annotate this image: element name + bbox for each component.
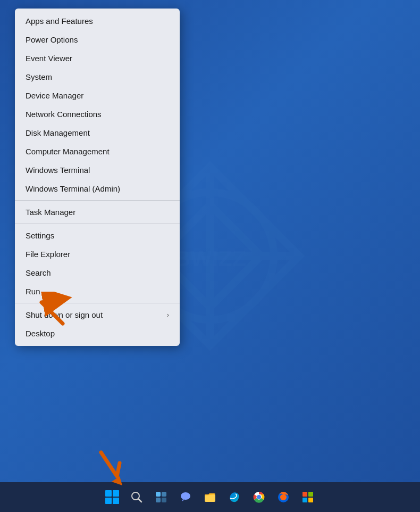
menu-item-event-viewer[interactable]: Event Viewer	[15, 49, 180, 68]
menu-divider	[15, 200, 180, 201]
file-explorer-button[interactable]	[199, 486, 221, 508]
menu-item-settings[interactable]: Settings	[15, 226, 180, 245]
svg-rect-10	[162, 492, 166, 497]
start-button[interactable]	[102, 486, 123, 508]
svg-rect-14	[205, 494, 215, 502]
menu-divider	[15, 303, 180, 303]
menu-item-label-system: System	[26, 72, 52, 81]
menu-item-label-search: Search	[26, 268, 51, 277]
menu-item-label-settings: Settings	[26, 231, 54, 240]
menu-item-file-explorer[interactable]: File Explorer	[15, 245, 180, 263]
menu-divider	[15, 224, 180, 224]
menu-item-device-manager[interactable]: Device Manager	[15, 86, 180, 105]
svg-rect-18	[303, 492, 307, 497]
menu-item-computer-management[interactable]: Computer Management	[15, 142, 180, 161]
svg-rect-9	[156, 492, 161, 497]
svg-rect-21	[308, 498, 313, 502]
svg-rect-19	[308, 492, 313, 497]
menu-item-windows-terminal[interactable]: Windows Terminal	[15, 161, 180, 179]
menu-item-label-computer-management: Computer Management	[26, 147, 110, 156]
svg-text:BWIZZ: BWIZZ	[174, 245, 247, 271]
svg-rect-11	[156, 498, 161, 502]
menu-item-system[interactable]: System	[15, 68, 180, 86]
menu-item-label-windows-terminal: Windows Terminal	[26, 166, 90, 175]
menu-item-label-desktop: Desktop	[26, 329, 55, 338]
menu-item-label-task-manager: Task Manager	[26, 208, 75, 217]
menu-item-label-shut-down-sign-out: Shut down or sign out	[26, 310, 103, 319]
taskbar	[0, 482, 420, 512]
menu-item-label-windows-terminal-admin: Windows Terminal (Admin)	[26, 184, 120, 193]
widgets-button[interactable]	[150, 486, 172, 508]
menu-item-label-apps-features: Apps and Features	[26, 16, 93, 26]
menu-item-power-options[interactable]: Power Options	[15, 30, 180, 49]
menu-item-label-network-connections: Network Connections	[26, 110, 102, 119]
windows-logo-icon	[105, 490, 119, 504]
svg-line-8	[138, 499, 141, 502]
submenu-arrow-icon: ›	[167, 311, 169, 319]
menu-item-task-manager[interactable]: Task Manager	[15, 203, 180, 221]
menu-item-label-event-viewer: Event Viewer	[26, 54, 72, 63]
menu-item-label-disk-management: Disk Management	[26, 128, 90, 137]
menu-item-label-device-manager: Device Manager	[26, 91, 83, 100]
chrome-button[interactable]	[248, 486, 270, 508]
svg-point-16	[257, 495, 261, 499]
svg-point-13	[181, 492, 190, 500]
menu-item-label-power-options: Power Options	[26, 35, 78, 44]
context-menu: Apps and FeaturesPower OptionsEvent View…	[15, 9, 180, 346]
chat-button[interactable]	[175, 486, 196, 508]
search-button[interactable]	[126, 486, 147, 508]
svg-rect-12	[162, 498, 166, 502]
menu-item-network-connections[interactable]: Network Connections	[15, 105, 180, 123]
svg-rect-20	[303, 498, 307, 502]
menu-item-label-file-explorer: File Explorer	[26, 250, 70, 259]
edge-button[interactable]	[224, 486, 245, 508]
menu-item-run[interactable]: Run	[15, 282, 180, 301]
menu-item-desktop[interactable]: Desktop	[15, 324, 180, 343]
menu-item-apps-features[interactable]: Apps and Features	[15, 12, 180, 30]
menu-item-label-run: Run	[26, 287, 40, 296]
store-button[interactable]	[297, 486, 318, 508]
menu-item-shut-down-sign-out[interactable]: Shut down or sign out›	[15, 305, 180, 324]
menu-item-disk-management[interactable]: Disk Management	[15, 123, 180, 142]
firefox-button[interactable]	[273, 486, 294, 508]
menu-item-search[interactable]: Search	[15, 263, 180, 282]
menu-item-windows-terminal-admin[interactable]: Windows Terminal (Admin)	[15, 179, 180, 198]
